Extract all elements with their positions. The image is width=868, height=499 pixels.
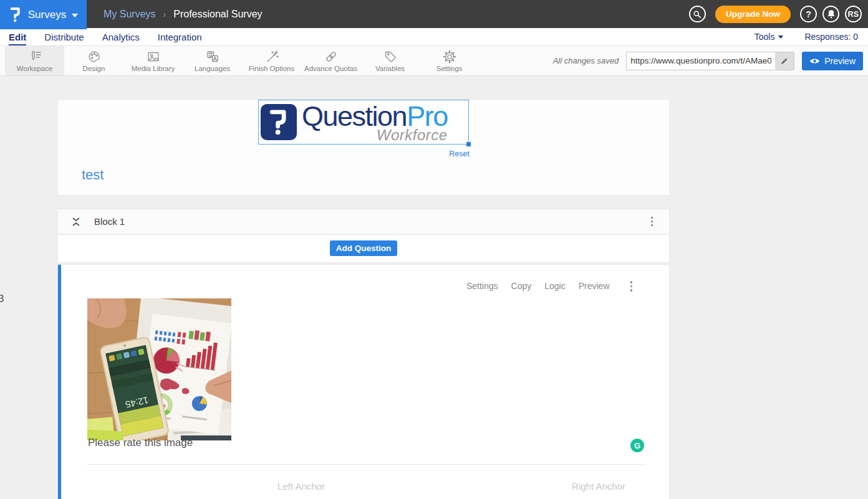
surveys-menu-button[interactable]: Surveys (0, 0, 87, 29)
survey-url-input[interactable] (627, 52, 775, 70)
survey-url-box (626, 52, 794, 70)
toolbar-item-variables[interactable]: Variables (360, 46, 420, 75)
translate-icon (205, 49, 220, 64)
edit-tab-bar: Edit Distribute Analytics Integration To… (0, 28, 868, 46)
photo-desk-charts: 55% (87, 298, 231, 440)
preview-button[interactable]: Preview (802, 52, 863, 70)
navbar-actions: Upgrade Now ? RS (689, 0, 868, 28)
tab-distribute[interactable]: Distribute (44, 28, 84, 45)
toolbar-item-advance-quotas[interactable]: Advance Quotas (301, 46, 360, 75)
tab-analytics[interactable]: Analytics (102, 28, 140, 45)
tools-dropdown[interactable]: Tools (755, 32, 784, 42)
logo-wordmark: QuestionPro Workforce (302, 102, 448, 143)
right-anchor-input[interactable] (518, 477, 680, 495)
edit-url-button[interactable] (775, 52, 794, 70)
block-header: Block 1 (58, 209, 669, 234)
question-actions: Settings Copy Logic Preview (466, 278, 635, 294)
breadcrumb-my-surveys[interactable]: My Surveys (104, 9, 156, 20)
surveys-menu-label: Surveys (28, 9, 66, 21)
responses-count: Responses: 0 (804, 32, 858, 42)
add-question-row: Add Question (58, 234, 669, 262)
question-image[interactable]: 55% (87, 298, 231, 440)
chevron-down-icon (778, 36, 783, 39)
question-card: Settings Copy Logic Preview (58, 265, 669, 499)
toolbar-right: All changes saved Preview (553, 46, 868, 75)
chevron-down-icon (72, 14, 78, 17)
survey-header-card: QuestionPro Workforce Reset test (58, 100, 669, 195)
search-icon (693, 10, 702, 19)
avatar-initials: RS (848, 10, 859, 19)
notifications-button[interactable] (822, 6, 839, 22)
kebab-icon (651, 217, 653, 219)
toolbar-item-settings[interactable]: Settings (420, 46, 479, 75)
collapse-block-icon[interactable] (72, 217, 80, 227)
kebab-icon (630, 281, 633, 283)
question-logic-link[interactable]: Logic (544, 281, 565, 291)
block-menu-button[interactable] (649, 214, 655, 229)
image-icon (146, 49, 161, 64)
margin-question-number: 3 (0, 293, 4, 305)
survey-canvas: QuestionPro Workforce Reset test Block 1… (58, 95, 669, 499)
magic-wand-icon (264, 49, 279, 64)
breadcrumb-separator-icon: › (163, 9, 166, 19)
toolbar-item-finish-options[interactable]: Finish Options (242, 46, 301, 75)
tab-integration[interactable]: Integration (158, 28, 202, 45)
survey-toolbar: Workspace Design Media Library Languages (0, 46, 868, 76)
toolbar-item-languages[interactable]: Languages (183, 46, 242, 75)
tag-icon (383, 49, 398, 64)
chain-link-icon (324, 49, 339, 64)
question-copy-link[interactable]: Copy (511, 281, 532, 291)
toolbar-item-design[interactable]: Design (64, 46, 123, 75)
block-title[interactable]: Block 1 (94, 216, 125, 227)
bell-icon (827, 9, 836, 19)
preview-button-label: Preview (824, 56, 856, 66)
survey-title[interactable]: test (82, 167, 669, 183)
search-button[interactable] (689, 6, 706, 22)
toolbar-item-media-library[interactable]: Media Library (123, 46, 183, 75)
upgrade-now-button[interactable]: Upgrade Now (715, 6, 791, 23)
pencil-icon (780, 57, 789, 65)
eye-icon (809, 57, 820, 65)
palette-icon (87, 49, 102, 64)
question-text[interactable]: Please rate this image (88, 437, 193, 449)
question-settings-link[interactable]: Settings (466, 281, 498, 291)
grammarly-icon[interactable]: G (630, 439, 644, 452)
breadcrumb: My Surveys › Professional Survey (104, 0, 263, 28)
help-icon: ? (806, 9, 811, 19)
add-question-button[interactable]: Add Question (330, 240, 398, 256)
question-text-underline (87, 464, 646, 465)
resize-handle[interactable] (466, 142, 471, 146)
top-navbar: Surveys My Surveys › Professional Survey… (0, 0, 868, 28)
tab-edit[interactable]: Edit (9, 28, 26, 45)
questionpro-logo-icon (261, 104, 297, 140)
tab-bar-right: Tools Responses: 0 (755, 28, 868, 45)
question-preview-link[interactable]: Preview (579, 281, 610, 291)
questionpro-logo-icon (9, 6, 22, 23)
toolbar-item-workspace[interactable]: Workspace (5, 46, 64, 75)
workspace-icon (27, 49, 42, 64)
gear-icon (442, 49, 457, 64)
reset-logo-link[interactable]: Reset (449, 150, 470, 158)
help-button[interactable]: ? (800, 6, 817, 22)
breadcrumb-current: Professional Survey (173, 9, 262, 20)
tools-label: Tools (755, 32, 775, 42)
save-status: All changes saved (553, 56, 619, 65)
question-menu-button[interactable] (628, 278, 635, 294)
survey-logo-element[interactable]: QuestionPro Workforce (258, 100, 469, 145)
avatar[interactable]: RS (845, 6, 862, 22)
left-anchor-input[interactable] (220, 477, 382, 495)
